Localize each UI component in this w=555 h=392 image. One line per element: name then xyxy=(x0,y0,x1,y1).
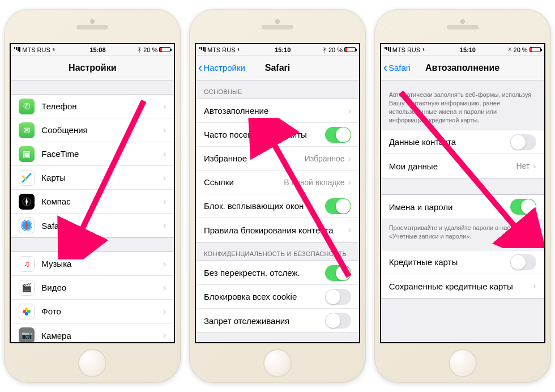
maps-icon xyxy=(19,170,35,186)
toggle-switch[interactable] xyxy=(325,265,351,281)
row-popup-block[interactable]: Блок. всплывающих окон xyxy=(196,194,359,218)
phone-frame-2: MTS RUS ᯤ 15:10 ᛡ 20 % ‹ Настройки Safar… xyxy=(189,9,366,383)
chevron-right-icon: › xyxy=(348,225,351,235)
row-detail: В новой вкладке xyxy=(284,178,344,187)
row-facetime[interactable]: ▣ FaceTime › xyxy=(11,142,174,166)
back-label: Safari xyxy=(388,63,411,73)
chevron-right-icon: › xyxy=(163,125,166,135)
toggle-switch[interactable] xyxy=(510,254,536,270)
row-links[interactable]: Ссылки В новой вкладке › xyxy=(196,171,359,194)
nav-bar: ‹ Safari Автозаполнение xyxy=(381,56,544,80)
nav-bar: Настройки xyxy=(11,56,174,80)
content-area[interactable]: ✆ Телефон › ✉︎ Сообщения › ▣ FaceTime › xyxy=(11,80,174,342)
chevron-left-icon: ‹ xyxy=(383,62,387,74)
phone-camera xyxy=(90,19,95,24)
svg-point-9 xyxy=(23,310,26,313)
chevron-right-icon: › xyxy=(163,283,166,293)
row-label: Музыка xyxy=(41,259,163,269)
safari-privacy-group: Без перекрестн. отслеж. Блокировка всех … xyxy=(196,261,359,333)
chevron-right-icon: › xyxy=(163,306,166,317)
row-do-not-track[interactable]: Запрет отслеживания xyxy=(196,309,359,333)
chevron-right-icon: › xyxy=(163,197,166,207)
row-contact-info[interactable]: Данные контакта xyxy=(381,130,544,154)
row-video[interactable]: 🎬 Видео › xyxy=(11,276,174,300)
messages-icon: ✉︎ xyxy=(19,122,35,138)
chevron-right-icon: › xyxy=(348,177,351,188)
row-compass[interactable]: Компас › xyxy=(11,190,174,214)
toggle-switch[interactable] xyxy=(325,198,351,214)
chevron-right-icon: › xyxy=(163,259,166,269)
home-button[interactable] xyxy=(78,349,106,377)
row-label: Автозаполнение xyxy=(204,106,348,116)
autofill-contact-group: Данные контакта Мои данные Нет › xyxy=(381,130,544,178)
toggle-switch[interactable] xyxy=(325,313,351,329)
signal-icon xyxy=(385,47,391,52)
signal-icon xyxy=(199,47,206,52)
row-maps[interactable]: Карты › xyxy=(11,166,174,190)
back-button[interactable]: ‹ Safari xyxy=(383,56,411,80)
section-header: ОСНОВНЫЕ xyxy=(196,80,359,99)
row-label: Блокировка всех cookie xyxy=(204,292,325,301)
row-phone[interactable]: ✆ Телефон › xyxy=(11,95,174,118)
battery-text: 20 % xyxy=(328,46,343,53)
screen-1: MTS RUS ᯤ 15:08 ᛡ 20 % Настройки ✆ Телеф… xyxy=(10,43,175,343)
wifi-icon: ᯤ xyxy=(422,46,428,53)
row-credit-cards[interactable]: Кредитные карты xyxy=(381,250,544,274)
phone-speaker xyxy=(262,25,293,29)
clock: 15:10 xyxy=(460,46,476,53)
chevron-right-icon: › xyxy=(348,106,351,116)
row-label: Мои данные xyxy=(389,161,516,171)
row-safari[interactable]: Safari › xyxy=(11,214,174,237)
row-label: Ссылки xyxy=(204,177,284,187)
screen-3: MTS RUS ᯤ 15:10 ᛡ 20 % ‹ Safari Автозапо… xyxy=(380,43,545,343)
row-label: Правила блокирования контента xyxy=(204,225,348,235)
carrier-label: MTS RUS xyxy=(22,46,50,53)
row-my-info[interactable]: Мои данные Нет › xyxy=(381,154,544,178)
status-bar: MTS RUS ᯤ 15:08 ᛡ 20 % xyxy=(11,44,174,56)
toggle-switch[interactable] xyxy=(510,134,536,150)
toggle-switch[interactable] xyxy=(325,127,351,143)
chevron-right-icon: › xyxy=(348,154,351,164)
wifi-icon: ᯤ xyxy=(237,46,242,53)
row-label: Камера xyxy=(41,331,163,340)
toggle-switch[interactable] xyxy=(325,289,351,305)
row-frequently-visited[interactable]: Часто посещаемые сайты xyxy=(196,123,359,147)
carrier-label: MTS RUS xyxy=(392,46,421,53)
row-cross-site-tracking[interactable]: Без перекрестн. отслеж. xyxy=(196,261,359,285)
row-detail: Избранное xyxy=(305,154,345,163)
row-content-blockers[interactable]: Правила блокирования контента › xyxy=(196,218,359,242)
row-block-cookies[interactable]: Блокировка всех cookie xyxy=(196,285,359,309)
row-label: Избранное xyxy=(204,154,305,163)
row-label: Видео xyxy=(41,283,163,292)
row-favorites[interactable]: Избранное Избранное › xyxy=(196,147,359,171)
content-area[interactable]: ОСНОВНЫЕ Автозаполнение › Часто посещаем… xyxy=(196,80,359,342)
back-button[interactable]: ‹ Настройки xyxy=(198,56,245,80)
home-button[interactable] xyxy=(449,349,477,377)
row-music[interactable]: ♫ Музыка › xyxy=(11,252,174,276)
home-button[interactable] xyxy=(263,349,292,377)
row-messages[interactable]: ✉︎ Сообщения › xyxy=(11,118,174,142)
footer-text: Просматривайте и удаляйте пароли в настр… xyxy=(381,219,544,243)
clock: 15:10 xyxy=(275,46,291,53)
row-camera[interactable]: 📷 Камера › xyxy=(11,323,174,342)
row-label: Без перекрестн. отслеж. xyxy=(204,268,325,278)
row-photos[interactable]: Фото › xyxy=(11,300,174,323)
chevron-left-icon: ‹ xyxy=(198,62,202,74)
bluetooth-icon: ᛡ xyxy=(323,46,327,53)
row-names-passwords[interactable]: Имена и пароли xyxy=(381,195,544,219)
content-area[interactable]: Автоматически заполнять веб-формы, испол… xyxy=(381,80,544,342)
safari-general-group: Автозаполнение › Часто посещаемые сайты … xyxy=(196,99,359,242)
row-label: Компас xyxy=(41,197,163,206)
screen-2: MTS RUS ᯤ 15:10 ᛡ 20 % ‹ Настройки Safar… xyxy=(195,43,360,343)
nav-bar: ‹ Настройки Safari xyxy=(196,56,359,80)
toggle-switch[interactable] xyxy=(510,199,536,215)
section-header: КОНФИДЕНЦИАЛЬНОСТЬ И БЕЗОПАСНОСТЬ xyxy=(196,242,359,261)
chevron-right-icon: › xyxy=(163,220,166,231)
battery-icon xyxy=(530,47,541,52)
status-bar: MTS RUS ᯤ 15:10 ᛡ 20 % xyxy=(381,44,544,56)
bluetooth-icon: ᛡ xyxy=(508,46,512,53)
row-autofill[interactable]: Автозаполнение › xyxy=(196,99,359,123)
row-saved-cards[interactable]: Сохраненные кредитные карты › xyxy=(381,274,544,298)
chevron-right-icon: › xyxy=(163,173,166,183)
phone-camera xyxy=(275,19,280,24)
